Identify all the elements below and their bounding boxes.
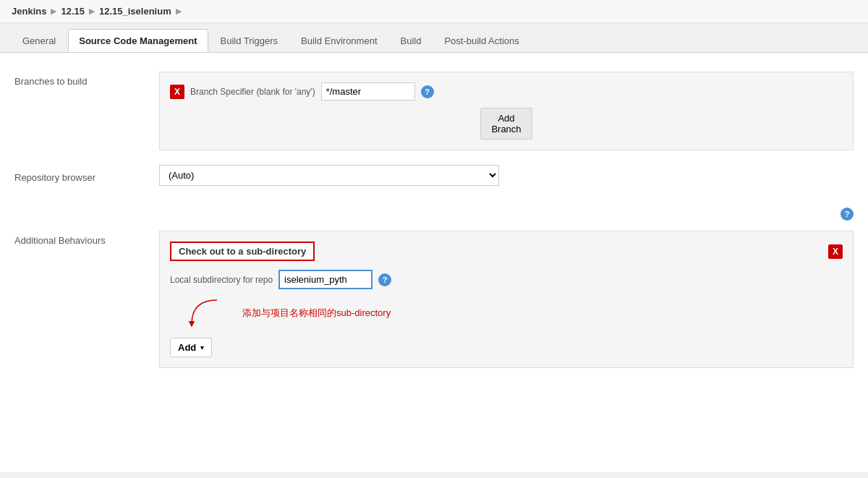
branches-section: Branches to build X Branch Specifier (bl…: [0, 64, 868, 205]
delete-branch-button[interactable]: X: [170, 85, 184, 99]
repo-browser-label: Repository browser: [14, 168, 159, 183]
branch-help-icon[interactable]: ?: [421, 85, 434, 98]
repo-browser-select[interactable]: (Auto) githubweb gitoriousweb redmineweb: [159, 165, 499, 186]
additional-behaviours-control: Check out to a sub-directory X Local sub…: [159, 231, 854, 368]
add-behaviour-button[interactable]: Add ▾: [170, 338, 212, 357]
breadcrumb-iselenium[interactable]: 12.15_iselenium: [99, 6, 171, 17]
repo-browser-form-row: Repository browser (Auto) githubweb gito…: [14, 165, 854, 186]
repo-browser-control: (Auto) githubweb gitoriousweb redmineweb: [159, 165, 854, 186]
main-content: Branches to build X Branch Specifier (bl…: [0, 53, 868, 472]
branches-control: X Branch Specifier (blank for 'any') ? A…: [159, 72, 854, 150]
tab-source-code-management[interactable]: Source Code Management: [68, 29, 208, 52]
branch-specifier-label: Branch Specifier (blank for 'any'): [190, 87, 315, 97]
breadcrumb-sep-2: ▶: [89, 7, 95, 16]
branch-row: X Branch Specifier (blank for 'any') ?: [170, 82, 843, 101]
branch-specifier-input[interactable]: [321, 82, 415, 101]
annotation-text: 添加与项目名称相同的sub-directory: [242, 307, 391, 320]
breadcrumb-sep-1: ▶: [51, 7, 56, 16]
behaviour-header: Check out to a sub-directory X: [170, 242, 843, 261]
add-button-container: Add ▾: [170, 338, 843, 357]
breadcrumb-jenkins[interactable]: Jenkins: [12, 6, 46, 17]
delete-behaviour-button[interactable]: X: [828, 244, 843, 259]
tab-build-triggers[interactable]: Build Triggers: [210, 29, 289, 52]
behaviour-title: Check out to a sub-directory: [170, 242, 315, 261]
subdirectory-input[interactable]: [278, 270, 373, 289]
section-help-icon[interactable]: ?: [841, 208, 854, 221]
additional-behaviours-section: Additional Behaviours Check out to a sub…: [0, 223, 868, 387]
add-label: Add: [178, 342, 196, 353]
breadcrumb: Jenkins ▶ 12.15 ▶ 12.15_iselenium ▶: [0, 0, 868, 23]
breadcrumb-sep-3: ▶: [176, 7, 182, 16]
behaviour-box: Check out to a sub-directory X Local sub…: [159, 231, 854, 368]
subdirectory-label: Local subdirectory for repo: [170, 275, 273, 285]
additional-behaviours-label: Additional Behaviours: [14, 231, 159, 246]
additional-behaviours-form-row: Additional Behaviours Check out to a sub…: [14, 231, 854, 368]
subdirectory-row: Local subdirectory for repo ?: [170, 270, 843, 289]
annotation-arrow: [177, 296, 228, 329]
dropdown-arrow-icon: ▾: [200, 343, 204, 351]
tab-general[interactable]: General: [12, 29, 67, 52]
subdirectory-help-icon[interactable]: ?: [378, 273, 391, 286]
add-branch-button[interactable]: Add Branch: [480, 108, 532, 140]
breadcrumb-12-15[interactable]: 12.15: [61, 6, 85, 17]
tab-build-environment[interactable]: Build Environment: [290, 29, 388, 52]
tabs-bar: General Source Code Management Build Tri…: [0, 23, 868, 53]
branches-label: Branches to build: [14, 72, 159, 87]
tab-post-build-actions[interactable]: Post-build Actions: [433, 29, 529, 52]
tab-build[interactable]: Build: [390, 29, 433, 52]
branches-box: X Branch Specifier (blank for 'any') ? A…: [159, 72, 854, 150]
branches-form-row: Branches to build X Branch Specifier (bl…: [14, 72, 854, 150]
section-divider: ?: [0, 205, 868, 223]
